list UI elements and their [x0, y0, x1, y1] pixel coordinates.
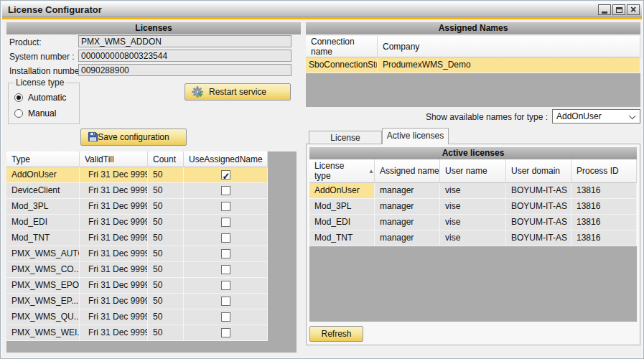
cell-user-name: vise	[440, 230, 506, 246]
cell-company: ProdumexWMS_Demo	[378, 57, 640, 73]
save-configuration-label: Save configuration	[98, 132, 169, 142]
cell-count: 50	[148, 278, 184, 294]
radio-automatic[interactable]: Automatic	[14, 93, 66, 103]
column-header-user-name[interactable]: User name	[440, 159, 506, 183]
cell-checkbox	[184, 278, 268, 294]
column-header-validtill[interactable]: ValidTill	[80, 151, 148, 167]
chevron-down-icon	[629, 113, 635, 119]
use-assigned-name-checkbox[interactable]	[221, 218, 230, 227]
sort-ascending-icon: ▲	[368, 168, 374, 174]
assigned-names-table: Connection name Company SboConnectionStr…	[306, 36, 640, 107]
cell-count: 50	[148, 294, 184, 309]
radio-automatic-control[interactable]	[14, 93, 23, 102]
table-row[interactable]: AddOnUser Fri 31 Dec 9999 50	[6, 167, 297, 183]
column-header-license-type-label: License type	[314, 161, 362, 181]
column-header-connection-name[interactable]: Connection name	[306, 36, 378, 57]
table-row[interactable]: PMX_WMS_WEI... Fri 31 Dec 9999 50	[6, 325, 297, 341]
table-row[interactable]: DeviceClient Fri 31 Dec 9999 50	[6, 183, 297, 199]
cell-type: Mod_3PL	[6, 199, 80, 215]
use-assigned-name-checkbox[interactable]	[221, 249, 230, 258]
title-bar[interactable]: License Configurator ×	[2, 2, 642, 17]
column-header-assigned-name[interactable]: Assigned name	[375, 159, 440, 183]
table-row[interactable]: Mod_EDI manager vise BOYUM-IT-AS 13816	[309, 215, 637, 230]
minimize-button[interactable]	[598, 4, 611, 15]
column-header-user-domain[interactable]: User domain	[506, 159, 571, 183]
use-assigned-name-checkbox[interactable]	[221, 312, 230, 322]
table-row[interactable]: Mod_3PL manager vise BOYUM-IT-AS 13816	[309, 199, 637, 215]
maximize-button[interactable]	[612, 4, 625, 15]
cell-checkbox	[184, 262, 268, 278]
restart-service-button[interactable]: Restart service	[185, 83, 291, 101]
cell-process-id: 13816	[571, 183, 637, 199]
cell-checkbox	[184, 167, 268, 183]
use-assigned-name-checkbox[interactable]	[221, 186, 230, 195]
active-licenses-header: Active licenses	[309, 147, 637, 159]
table-row[interactable]: PMX_WMS_AUTO Fri 31 Dec 9999 50	[6, 246, 297, 262]
tab-active-licenses[interactable]: Active licenses	[382, 128, 449, 144]
table-row[interactable]: Mod_TNT manager vise BOYUM-IT-AS 13816	[309, 230, 637, 246]
cell-type: PMX_WMS_EPOD	[6, 278, 80, 294]
cell-license-type: Mod_TNT	[309, 230, 375, 246]
tab-license-assignments[interactable]: License Assignments	[309, 131, 382, 144]
table-row[interactable]: Mod_TNT Fri 31 Dec 9999 50	[6, 230, 297, 246]
save-configuration-button[interactable]: Save configuration	[80, 129, 187, 146]
cell-checkbox	[184, 199, 268, 215]
table-row[interactable]: Mod_EDI Fri 31 Dec 9999 50	[6, 215, 297, 230]
license-configurator-window: License Configurator × Licenses Product:…	[0, 0, 644, 359]
table-row[interactable]: Mod_3PL Fri 31 Dec 9999 50	[6, 199, 297, 215]
refresh-button[interactable]: Refresh	[309, 326, 363, 342]
cell-checkbox	[184, 309, 268, 325]
system-number-field[interactable]	[78, 50, 291, 62]
use-assigned-name-checkbox[interactable]	[221, 202, 230, 211]
radio-manual[interactable]: Manual	[14, 108, 56, 118]
radio-manual-control[interactable]	[14, 109, 23, 118]
column-header-useassignedname[interactable]: UseAssignedName	[184, 151, 268, 167]
cell-license-type: Mod_EDI	[309, 215, 375, 230]
cell-validtill: Fri 31 Dec 9999	[80, 199, 148, 215]
cell-process-id: 13816	[571, 230, 637, 246]
column-header-type[interactable]: Type	[6, 151, 80, 167]
use-assigned-name-checkbox[interactable]	[221, 328, 230, 337]
table-row[interactable]: PMX_WMS_QU... Fri 31 Dec 9999 50	[6, 309, 297, 325]
cell-user-domain: BOYUM-IT-AS	[506, 199, 571, 215]
cell-user-name: vise	[440, 183, 506, 199]
cell-validtill: Fri 31 Dec 9999	[80, 183, 148, 199]
licenses-table: Type ValidTill Count UseAssignedName Add…	[6, 151, 297, 353]
cell-count: 50	[148, 262, 184, 278]
restart-service-label: Restart service	[209, 87, 266, 97]
table-row[interactable]: PMX_WMS_CO... Fri 31 Dec 9999 50	[6, 262, 297, 278]
cell-user-name: vise	[440, 215, 506, 230]
cell-count: 50	[148, 230, 184, 246]
cell-count: 50	[148, 246, 184, 262]
cell-assigned-name: manager	[375, 199, 440, 215]
use-assigned-name-checkbox[interactable]	[221, 233, 230, 243]
cell-count: 50	[148, 183, 184, 199]
table-row[interactable]: PMX_WMS_EPOD Fri 31 Dec 9999 50	[6, 278, 297, 294]
column-header-count[interactable]: Count	[148, 151, 184, 167]
installation-number-field[interactable]	[78, 64, 291, 76]
cell-checkbox	[184, 325, 268, 341]
use-assigned-name-checkbox[interactable]	[221, 281, 230, 290]
cell-connection-name: SboConnectionString	[306, 57, 378, 73]
titlebar-buttons: ×	[598, 4, 640, 15]
names-type-select[interactable]: AddOnUser	[552, 109, 640, 123]
close-button[interactable]: ×	[627, 4, 640, 15]
assigned-names-panel-header: Assigned Names	[306, 22, 640, 34]
table-row[interactable]: SboConnectionString ProdumexWMS_Demo	[306, 57, 640, 73]
use-assigned-name-checkbox[interactable]	[221, 170, 230, 180]
table-row[interactable]: PMX_WMS_EP... Fri 31 Dec 9999 50	[6, 294, 297, 309]
column-header-license-type[interactable]: License type ▲	[309, 159, 375, 183]
cell-license-type: Mod_3PL	[309, 199, 375, 215]
cell-count: 50	[148, 309, 184, 325]
table-row[interactable]: AddOnUser manager vise BOYUM-IT-AS 13816	[309, 183, 637, 199]
use-assigned-name-checkbox[interactable]	[221, 297, 230, 306]
cell-type: Mod_TNT	[6, 230, 80, 246]
cell-validtill: Fri 31 Dec 9999	[80, 167, 148, 183]
cell-type: PMX_WMS_WEI...	[6, 325, 80, 341]
cell-type: PMX_WMS_QU...	[6, 309, 80, 325]
column-header-company[interactable]: Company	[378, 36, 640, 57]
use-assigned-name-checkbox[interactable]	[221, 265, 230, 274]
column-header-process-id[interactable]: Process ID	[571, 159, 637, 183]
product-field[interactable]	[78, 35, 291, 47]
cell-validtill: Fri 31 Dec 9999	[80, 294, 148, 309]
